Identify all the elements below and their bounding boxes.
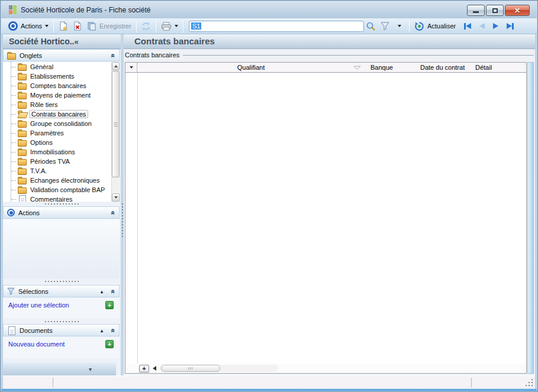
search-input[interactable]: S1	[189, 21, 364, 32]
folder-icon	[18, 167, 27, 174]
tree-item[interactable]: Paramètres	[3, 128, 120, 138]
selections-section-header[interactable]: Sélections ▴ «	[3, 285, 120, 297]
tree-stub-line	[11, 95, 16, 96]
column-header-date-du-contrat[interactable]: Date du contrat	[416, 63, 471, 72]
tree-scrollbar-thumb[interactable]	[112, 71, 120, 177]
collapse-double-chevron-icon[interactable]: «	[109, 328, 118, 332]
tree-item[interactable]: Immobilisations	[3, 147, 120, 157]
maximize-button[interactable]	[486, 5, 504, 16]
previous-record-button[interactable]	[479, 23, 485, 29]
collapse-double-chevron-icon[interactable]: «	[109, 289, 118, 293]
toolbar-separator	[409, 20, 410, 33]
print-dropdown-button[interactable]	[159, 19, 181, 33]
search-button[interactable]	[364, 20, 378, 33]
tree-item[interactable]: Options	[3, 138, 120, 147]
tree-item[interactable]: Contrats bancaires	[3, 109, 120, 119]
collapse-double-chevron-icon[interactable]: «	[109, 210, 118, 215]
tree-stub-line	[11, 142, 16, 143]
documents-section-header[interactable]: Documents ▴ «	[3, 324, 120, 336]
new-record-button[interactable]	[56, 20, 70, 33]
actions-pane	[3, 219, 120, 278]
collapse-chevron-icon[interactable]: ▴	[101, 328, 104, 333]
tree-stub-line	[11, 180, 16, 181]
folder-icon	[7, 52, 16, 59]
sidebar-collapse-icon[interactable]: «	[74, 37, 78, 46]
folder-open-icon	[18, 111, 27, 118]
refresh-data-button[interactable]: Actualiser	[412, 19, 458, 33]
grid-footer: +	[125, 364, 526, 373]
document-icon	[7, 327, 16, 334]
splitter-handle[interactable]	[3, 320, 121, 323]
actions-section-header[interactable]: Actions «	[3, 206, 120, 219]
window-frame-bottom	[1, 389, 537, 391]
collapse-chevron-icon[interactable]: ▴	[101, 289, 104, 294]
onglets-section-header[interactable]: Onglets «	[3, 49, 120, 61]
tree-item[interactable]: Etablissements	[3, 72, 120, 81]
next-record-button[interactable]	[493, 23, 498, 29]
splitter-handle[interactable]	[3, 280, 121, 283]
filter-dropdown-button[interactable]	[392, 20, 407, 33]
filter-button[interactable]	[378, 20, 392, 33]
tree-item[interactable]: Général	[3, 62, 120, 72]
save-button[interactable]: Enregistrer	[85, 19, 134, 33]
chevron-down-icon[interactable]: ▾	[89, 366, 92, 372]
printer-icon	[161, 22, 172, 31]
new-document-link[interactable]: Nouveau document	[8, 341, 65, 348]
new-document-plus-button[interactable]: +	[105, 340, 114, 348]
first-record-button[interactable]	[464, 23, 471, 30]
minimize-button[interactable]	[467, 5, 485, 16]
resize-grip[interactable]	[526, 379, 533, 387]
tree-item[interactable]: Comptes bancaires	[3, 81, 120, 90]
last-record-button[interactable]	[507, 23, 514, 30]
add-row-button[interactable]: +	[139, 365, 149, 372]
tree-item[interactable]: Rôle tiers	[3, 100, 120, 109]
page-title: Contrats bancaires	[124, 34, 535, 49]
close-button[interactable]: ✕	[505, 5, 530, 16]
app-icon-gray-square	[9, 5, 12, 9]
scroll-left-icon[interactable]	[153, 366, 156, 371]
folder-icon	[18, 177, 27, 184]
search-icon	[366, 21, 376, 31]
save-icon	[87, 21, 96, 31]
sidebar-bottom-bar[interactable]: ▾	[3, 362, 116, 376]
triangle-down-icon	[114, 196, 118, 199]
last-record-icon	[512, 23, 514, 30]
column-header-banque[interactable]: Banque	[365, 63, 416, 72]
tree-stub-line	[11, 190, 16, 190]
row-indicator-header[interactable]	[125, 63, 137, 72]
add-selection-link[interactable]: Ajouter une sélection	[8, 302, 69, 309]
scroll-down-button[interactable]	[112, 193, 120, 202]
tree-item[interactable]: Commentaires	[3, 195, 120, 202]
groupbox-label: Contrats bancaires	[125, 51, 183, 59]
vertical-scrollbar[interactable]	[527, 62, 534, 374]
tree-item[interactable]: Moyens de paiement	[3, 90, 120, 100]
tree-scrollbar[interactable]	[111, 62, 120, 202]
tree-item[interactable]: Echanges électroniques	[3, 176, 120, 185]
app-icon-green-square	[13, 5, 17, 14]
sidebar: Société Hortico..« Onglets « Général Eta…	[3, 34, 121, 375]
actualiser-icon	[414, 21, 424, 31]
horizontal-scrollbar-thumb[interactable]	[161, 365, 220, 372]
status-panel-divider	[53, 378, 53, 387]
tree-stub-line	[11, 133, 16, 134]
column-header-qualifiant[interactable]: Qualifiant	[137, 63, 365, 72]
tree-item[interactable]: Périodes TVA	[3, 157, 120, 166]
column-header-detail[interactable]: Détail	[471, 63, 526, 72]
folder-icon	[18, 63, 27, 70]
add-selection-plus-button[interactable]: +	[105, 301, 114, 309]
delete-record-button[interactable]	[70, 20, 85, 33]
tree-item[interactable]: Validation comptable BAP	[3, 185, 120, 195]
delete-page-icon	[73, 21, 82, 31]
tree-item[interactable]: T.V.A.	[3, 166, 120, 176]
refresh-button[interactable]	[139, 20, 153, 33]
horizontal-scrollbar[interactable]	[160, 365, 278, 372]
scroll-up-button[interactable]	[112, 62, 120, 70]
groupbox-line	[183, 55, 534, 56]
tree-item[interactable]: Groupe consolidation	[3, 119, 120, 128]
collapse-double-chevron-icon[interactable]: «	[109, 53, 118, 57]
chevron-down-icon	[45, 25, 49, 27]
splitter-handle[interactable]	[3, 202, 121, 206]
documents-section-label: Documents	[20, 327, 53, 334]
tree-item-label: Contrats bancaires	[29, 110, 88, 118]
actions-dropdown-button[interactable]: Actions	[6, 19, 51, 33]
